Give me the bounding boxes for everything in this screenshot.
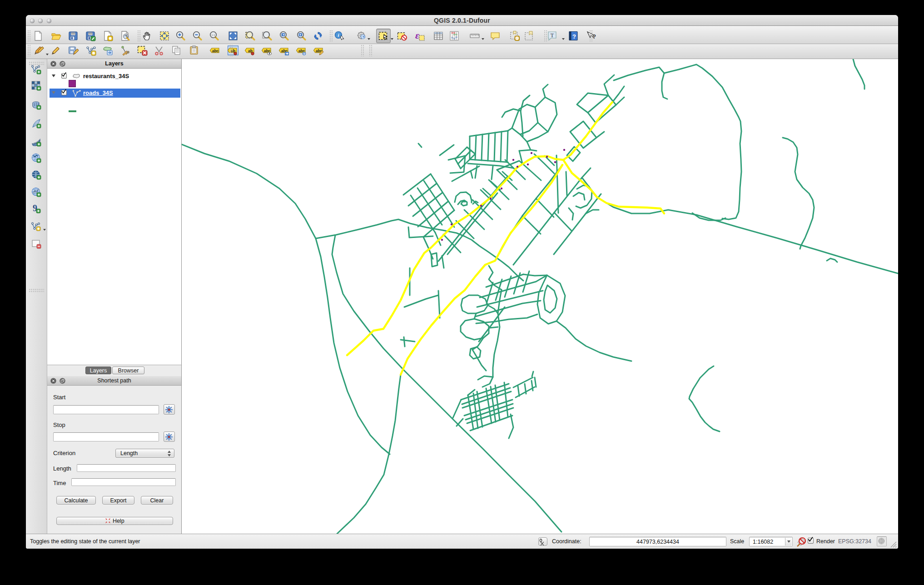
svg-text:abc: abc	[212, 49, 219, 53]
svg-text:?: ?	[592, 33, 596, 40]
svg-text:T: T	[551, 32, 554, 39]
svg-text:?: ?	[572, 33, 576, 40]
svg-text:1:1: 1:1	[211, 34, 215, 36]
svg-text:ε: ε	[415, 30, 419, 41]
